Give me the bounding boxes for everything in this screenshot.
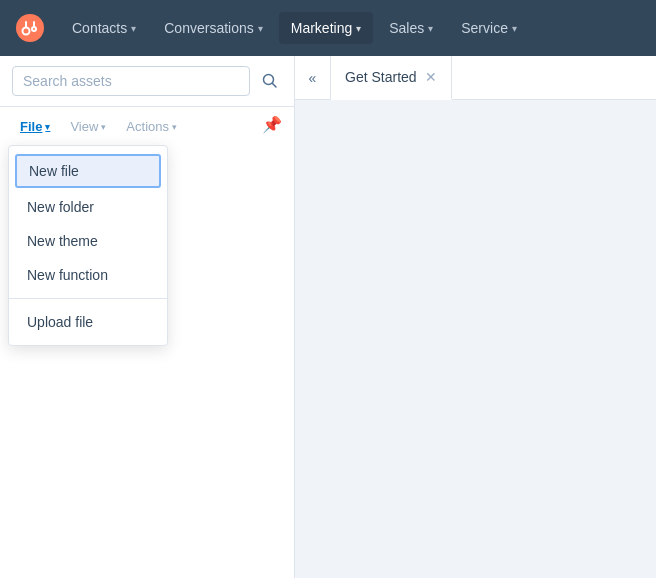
chevron-down-icon: ▾ [512,23,517,34]
nav-sales[interactable]: Sales ▾ [377,12,445,44]
chevron-down-icon: ▾ [356,23,361,34]
hubspot-logo[interactable] [12,10,48,46]
dropdown-item-new-theme[interactable]: New theme [9,224,167,258]
pin-icon[interactable]: 📌 [262,115,282,134]
dropdown-item-new-folder[interactable]: New folder [9,190,167,224]
search-input[interactable] [12,66,250,96]
search-button[interactable] [258,69,282,93]
nav-conversations[interactable]: Conversations ▾ [152,12,275,44]
search-bar [0,56,294,107]
back-icon: « [309,70,317,86]
chevron-down-icon: ▾ [428,23,433,34]
chevron-down-icon: ▾ [45,122,50,132]
nav-marketing[interactable]: Marketing ▾ [279,12,373,44]
chevron-down-icon: ▾ [131,23,136,34]
top-navigation: Contacts ▾ Conversations ▾ Marketing ▾ S… [0,0,656,56]
tab-get-started[interactable]: Get Started ✕ [331,56,452,100]
nav-contacts[interactable]: Contacts ▾ [60,12,148,44]
main-layout: File ▾ View ▾ Actions ▾ New file New fol… [0,56,656,578]
tabs-back-button[interactable]: « [295,56,331,100]
chevron-down-icon: ▾ [258,23,263,34]
file-menu-button[interactable]: File ▾ [12,115,58,138]
toolbar: File ▾ View ▾ Actions ▾ New file New fol… [0,107,294,146]
nav-service[interactable]: Service ▾ [449,12,529,44]
dropdown-item-new-function[interactable]: New function [9,258,167,292]
content-area [295,100,656,578]
main-content: « Get Started ✕ [295,56,656,578]
chevron-down-icon: ▾ [101,122,106,132]
file-dropdown-menu: New file New folder New theme New functi… [8,145,168,346]
sidebar: File ▾ View ▾ Actions ▾ New file New fol… [0,56,295,578]
tabs-bar: « Get Started ✕ [295,56,656,100]
dropdown-item-upload-file[interactable]: Upload file [9,305,167,339]
view-menu-button[interactable]: View ▾ [62,115,114,138]
pin-area: 📌 [262,115,282,134]
dropdown-item-new-file[interactable]: New file [15,154,161,188]
dropdown-divider [9,298,167,299]
chevron-down-icon: ▾ [172,122,177,132]
tab-close-icon[interactable]: ✕ [425,70,437,84]
svg-point-0 [16,14,44,42]
actions-menu-button[interactable]: Actions ▾ [118,115,185,138]
